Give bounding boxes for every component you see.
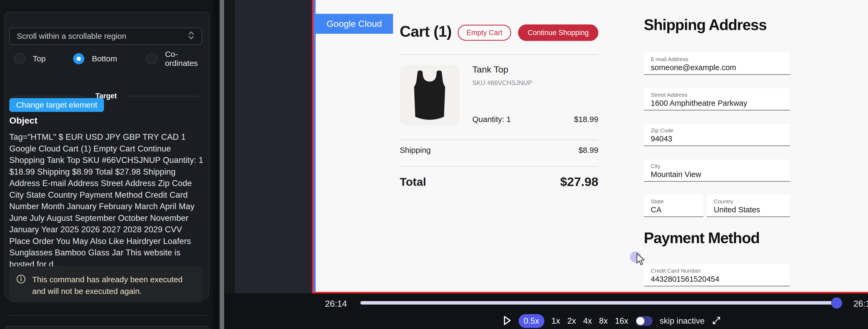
email-label: E-mail Address: [651, 56, 688, 62]
zip-field[interactable]: Zip Code 94043: [644, 124, 790, 146]
element-outline-red-left: [312, 0, 313, 293]
stage-panel: [235, 0, 312, 293]
zip-value: 94043: [651, 134, 672, 143]
divider-line: [400, 54, 598, 55]
radio-bottom-label: Bottom: [92, 54, 117, 63]
next-command-card[interactable]: [4, 326, 209, 329]
divider-line: [13, 96, 85, 96]
fullscreen-icon[interactable]: [712, 316, 721, 326]
cart-section: Cart (1) Empty Cart Continue Shopping Ta…: [400, 0, 598, 292]
timeline-slider[interactable]: [360, 301, 837, 304]
info-icon: [16, 274, 26, 302]
state-label: State: [651, 198, 664, 205]
toggle-knob: [637, 317, 644, 325]
payment-method-heading: Payment Method: [644, 229, 760, 246]
product-name: Tank Top: [472, 64, 508, 75]
app-root: Scroll within a scrollable region Top Bo…: [0, 0, 868, 329]
credit-card-value: 4432801561520454: [651, 275, 719, 284]
country-value: United States: [714, 205, 760, 214]
play-icon[interactable]: [503, 315, 512, 327]
city-value: Mountain View: [651, 170, 701, 179]
state-value: CA: [651, 205, 661, 214]
mouse-cursor-icon: [635, 253, 647, 267]
checkout-form: Shipping Address E-mail Address someone@…: [644, 0, 790, 292]
radio-coordinates[interactable]: [146, 53, 157, 64]
skip-inactive-toggle[interactable]: [636, 316, 653, 326]
total-value: $27.98: [560, 174, 598, 189]
continue-shopping-button[interactable]: Continue Shopping: [518, 25, 598, 41]
chevron-updown-icon: [188, 31, 195, 42]
country-label: Country: [714, 198, 734, 205]
executed-notice-text: This command has already been executed a…: [32, 274, 196, 302]
current-time: 26:14: [325, 299, 347, 309]
zip-label: Zip Code: [651, 127, 673, 134]
speed-4x[interactable]: 4x: [583, 316, 592, 326]
replay-viewport: Google Cloud Cart (1) Empty Cart Continu…: [316, 0, 868, 292]
credit-card-label: Credit Card Number: [651, 268, 701, 274]
shipping-address-heading: Shipping Address: [644, 16, 767, 33]
divider-line: [400, 166, 598, 167]
sidebar-scrollbar[interactable]: [220, 0, 224, 329]
timeline-thumb[interactable]: [831, 297, 842, 308]
street-field[interactable]: Street Address 1600 Amphitheatre Parkway: [644, 88, 790, 110]
empty-cart-button[interactable]: Empty Cart: [458, 25, 511, 41]
command-type-value: Scroll within a scrollable region: [17, 32, 188, 41]
shipping-value: $8.99: [579, 145, 598, 155]
email-value: someone@example.com: [651, 63, 736, 72]
object-heading: Object: [9, 116, 37, 126]
product-image-tank-top[interactable]: [400, 65, 460, 125]
playback-controls: 0.5x 1x 2x 4x 8x 16x skip inactive: [503, 314, 721, 328]
city-label: City: [651, 163, 660, 169]
country-field[interactable]: Country United States: [707, 195, 790, 217]
street-value: 1600 Amphitheatre Parkway: [651, 99, 747, 108]
radio-coordinates-label: Co-ordinates: [165, 50, 204, 68]
speed-16x[interactable]: 16x: [615, 316, 628, 326]
speed-0-5x[interactable]: 0.5x: [519, 314, 545, 328]
radio-top-label: Top: [33, 54, 45, 63]
replay-player-bar: 26:14 26:1 0.5x 1x 2x 4x 8x 16x skip ina…: [225, 293, 868, 329]
product-sku: SKU #66VCHSJNUP: [472, 79, 532, 87]
cart-title: Cart (1): [400, 22, 452, 40]
total-time: 26:1: [854, 299, 868, 309]
email-field[interactable]: E-mail Address someone@example.com: [644, 53, 790, 75]
total-label: Total: [400, 175, 426, 189]
shipping-label: Shipping: [400, 145, 431, 155]
speed-8x[interactable]: 8x: [599, 316, 608, 326]
change-target-button[interactable]: Change target element: [9, 98, 104, 112]
object-description: Tag="HTML" $ EUR USD JPY GBP TRY CAD 1 G…: [9, 131, 204, 270]
city-field[interactable]: City Mountain View: [644, 160, 790, 182]
radio-top[interactable]: [14, 53, 25, 64]
speed-1x[interactable]: 1x: [552, 316, 560, 326]
product-price: $18.99: [574, 115, 598, 124]
command-card: Scroll within a scrollable region Top Bo…: [4, 12, 209, 299]
state-field[interactable]: State CA: [644, 195, 703, 217]
site-logo[interactable]: Google Cloud: [316, 14, 393, 34]
element-highlight-blue: [313, 0, 316, 292]
skip-inactive-label: skip inactive: [660, 316, 705, 326]
sidebar: Scroll within a scrollable region Top Bo…: [0, 0, 213, 329]
speed-2x[interactable]: 2x: [567, 316, 576, 326]
executed-notice: This command has already been executed a…: [9, 266, 203, 302]
divider-line: [127, 96, 199, 96]
command-type-select[interactable]: Scroll within a scrollable region: [9, 28, 202, 45]
street-label: Street Address: [651, 92, 687, 98]
radio-bottom[interactable]: [73, 53, 84, 64]
product-quantity: Quantity: 1: [472, 115, 511, 124]
cart-actions: Empty Cart Continue Shopping: [458, 25, 598, 41]
sidebar-divider: [9, 315, 207, 316]
scroll-position-options: Top Bottom Co-ordinates: [9, 52, 204, 65]
divider-line: [400, 139, 598, 140]
sidebar-scroll-gutter: [213, 0, 225, 329]
credit-card-field[interactable]: Credit Card Number 4432801561520454: [644, 264, 790, 287]
